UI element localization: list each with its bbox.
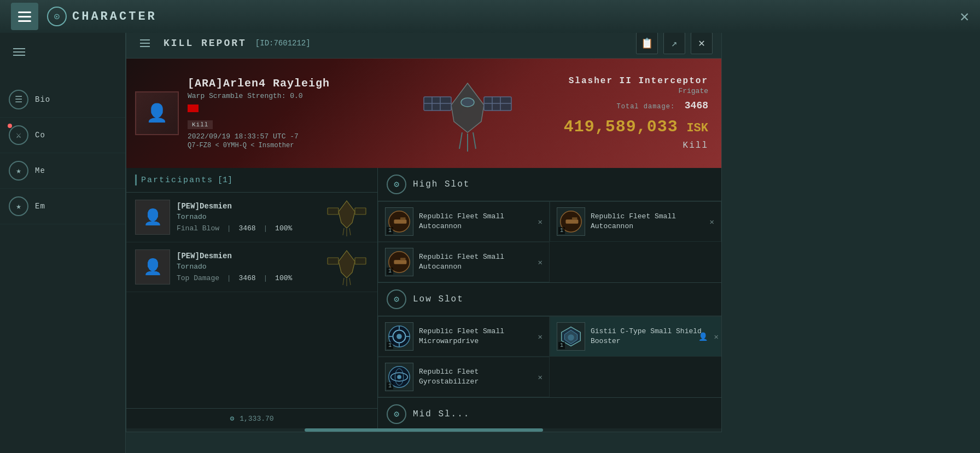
participant-entry-2[interactable]: 👤 [PEW]Desmien Tornado Top Damage | 3468… <box>126 242 377 292</box>
low-slot-item-1[interactable]: 1 Republic Fleet Small Microwarpdrive ✕ <box>378 316 550 357</box>
kill-badge: Kill <box>188 120 213 129</box>
low-slot-item-icon-1: 1 <box>385 322 413 351</box>
svg-rect-36 <box>400 258 406 260</box>
ship-thumb-2 <box>325 248 369 286</box>
scroll-thumb[interactable] <box>305 428 542 432</box>
svg-rect-20 <box>328 258 339 264</box>
high-slot-name-3: Republic Fleet Small Autocannon <box>419 252 533 272</box>
svg-marker-19 <box>339 251 355 278</box>
kill-banner-right: Slasher II Interceptor Frigate Total dam… <box>546 59 721 168</box>
scroll-bar <box>126 428 721 432</box>
mid-slot-title: Mid Sl... <box>413 409 470 419</box>
high-slot-item-icon-2: 1 <box>557 207 585 236</box>
low-slot-header: ⚙ Low Slot <box>378 283 721 316</box>
svg-marker-13 <box>339 201 355 228</box>
isk-row: 419,589,033 ISK <box>564 118 708 136</box>
high-slot-title: High Slot <box>413 179 470 189</box>
svg-point-40 <box>396 334 402 339</box>
hamburger-button[interactable] <box>11 3 38 30</box>
total-damage-label: Total damage: <box>617 103 675 111</box>
participant-avatar-2: 👤 <box>135 249 170 284</box>
low-slot-item-2[interactable]: 1 Gistii C-Type Small Shield Booster 👤 ✕ <box>550 316 721 357</box>
low-slot-item-icon-2: 1 <box>557 322 585 351</box>
low-slot-close-3[interactable]: ✕ <box>538 373 542 382</box>
participant-stats-2: Top Damage | 3468 | 100% <box>177 274 318 282</box>
high-slot-item-1[interactable]: 1 Republic Fleet Small Autocannon ✕ <box>378 201 550 242</box>
participant-entry-1[interactable]: 👤 [PEW]Desmien Tornado Final Blow | 3468… <box>126 193 377 242</box>
low-slot-item-icon-3: 1 <box>385 363 413 391</box>
low-slot-close-2[interactable]: ✕ <box>714 332 719 341</box>
high-slot-item-3[interactable]: 1 Republic Fleet Small Autocannon ✕ <box>378 242 550 282</box>
sidebar-item-combat[interactable]: ⚔ Co <box>0 118 125 153</box>
participant-pct-2: 100% <box>275 274 292 282</box>
low-slot-name-3: Republic Fleet Gyrostabilizer <box>419 367 533 387</box>
clipboard-button[interactable]: 📋 <box>636 32 658 54</box>
ship-thumb-svg-2 <box>325 248 369 286</box>
high-slot-close-1[interactable]: ✕ <box>538 217 542 226</box>
high-slot-header: ⚙ High Slot <box>378 168 721 201</box>
ship-type: Frigate <box>678 87 708 95</box>
sidebar-item-bio[interactable]: ☰ Bio <box>0 82 125 118</box>
high-slot-close-2[interactable]: ✕ <box>710 217 714 226</box>
participant-info-2: [PEW]Desmien Tornado Top Damage | 3468 |… <box>177 252 318 282</box>
svg-point-53 <box>397 375 401 379</box>
kill-location: Q7-FZ8 < 0YMH-Q < Insmother <box>188 142 380 149</box>
ship-svg <box>413 72 522 154</box>
sidebar-item-empire[interactable]: ★ Em <box>0 189 125 224</box>
participant-damage-1: 3468 <box>238 224 255 233</box>
app-title: CHARACTER <box>72 10 157 24</box>
svg-rect-15 <box>355 208 366 214</box>
svg-line-9 <box>459 132 462 149</box>
svg-rect-21 <box>355 258 366 264</box>
combat-icon: ⚔ <box>9 125 28 145</box>
high-slot-item-icon-1: 1 <box>385 207 413 236</box>
high-slot-item-2[interactable]: 1 Republic Fleet Small Autocannon ✕ <box>550 201 721 242</box>
participant-ship-2: Tornado <box>177 263 318 271</box>
high-slot-num-3: 1 <box>387 268 393 275</box>
sidebar-label-bio: Bio <box>35 95 50 104</box>
high-slot-icon: ⚙ <box>387 175 406 194</box>
mid-slot-header: ⚙ Mid Sl... <box>378 398 721 428</box>
participant-name-2: [PEW]Desmien <box>177 252 318 260</box>
participants-panel: Participants [1] 👤 [PEW]Desmien Tornado … <box>126 168 378 428</box>
svg-line-11 <box>473 132 476 149</box>
panel-close-button[interactable]: ✕ <box>691 32 713 54</box>
sidebar-menu-button[interactable] <box>5 38 33 66</box>
pilot-scramble: Warp Scramble Strength: 0.0 <box>188 92 380 100</box>
participant-damage-2: 3468 <box>238 274 255 282</box>
mid-slot-icon: ⚙ <box>387 404 406 424</box>
isk-label: ISK <box>686 121 708 135</box>
pilot-name: [ARA]Arlen4 Rayleigh <box>188 77 380 90</box>
panel-body: Participants [1] 👤 [PEW]Desmien Tornado … <box>126 168 721 428</box>
low-slot-close-1[interactable]: ✕ <box>538 332 542 341</box>
participants-header: Participants [1] <box>126 168 377 193</box>
svg-rect-28 <box>400 217 406 219</box>
participant-pct-1: 100% <box>275 224 292 233</box>
svg-marker-0 <box>451 83 484 132</box>
participant-info-1: [PEW]Desmien Tornado Final Blow | 3468 |… <box>177 202 318 233</box>
sidebar-label-member: Me <box>35 166 45 175</box>
low-slot-item-3[interactable]: 1 Republic Fleet Gyrostabilizer ✕ <box>378 357 550 397</box>
low-slot-title: Low Slot <box>413 294 464 304</box>
left-sidebar: ☰ Bio ⚔ Co ★ Me ★ Em <box>0 33 126 453</box>
svg-line-18 <box>349 228 351 235</box>
svg-rect-35 <box>394 260 406 264</box>
export-button[interactable]: ↗ <box>663 32 685 54</box>
main-panel: KILL REPORT [ID:7601212] 📋 ↗ ✕ 👤 [ARA]Ar… <box>126 27 722 432</box>
damage-row: Total damage: 3468 <box>617 100 708 111</box>
ship-class: Slasher II Interceptor <box>569 76 708 86</box>
panel-hamburger-button[interactable] <box>135 33 155 53</box>
ship-thumb-1 <box>325 198 369 236</box>
kill-type: Kill <box>683 141 708 150</box>
ship-class-container: Slasher II Interceptor Frigate <box>559 76 708 96</box>
high-slot-num-1: 1 <box>387 227 393 234</box>
high-slot-close-3[interactable]: ✕ <box>538 258 542 267</box>
participants-bar-decoration <box>135 175 137 185</box>
sidebar-item-member[interactable]: ★ Me <box>0 153 125 189</box>
low-slot-num-2: 1 <box>558 342 565 349</box>
participant-stats-1: Final Blow | 3468 | 100% <box>177 224 318 233</box>
app-close-button[interactable]: ✕ <box>960 7 969 26</box>
high-slot-name-1: Republic Fleet Small Autocannon <box>419 212 533 231</box>
svg-point-48 <box>568 334 574 341</box>
low-slot-num-1: 1 <box>387 342 393 349</box>
